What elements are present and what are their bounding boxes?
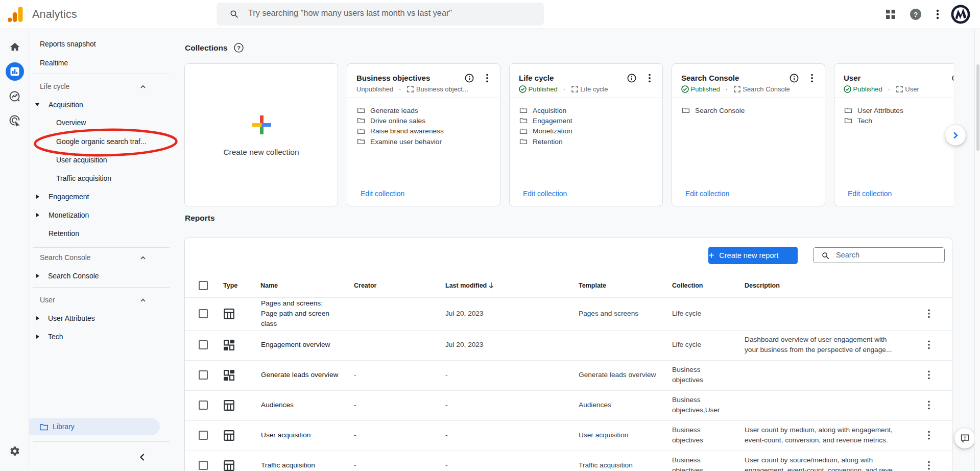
svg-text:?: ?	[914, 11, 918, 18]
svg-text:?: ?	[237, 45, 241, 51]
